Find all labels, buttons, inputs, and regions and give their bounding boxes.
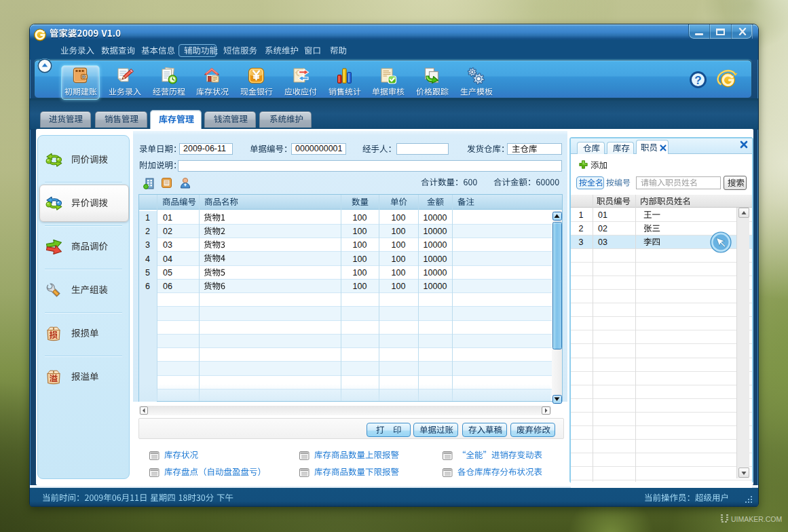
svg-text:UIMAKER.COM: UIMAKER.COM [731,515,782,523]
svg-text:?: ? [694,74,701,87]
